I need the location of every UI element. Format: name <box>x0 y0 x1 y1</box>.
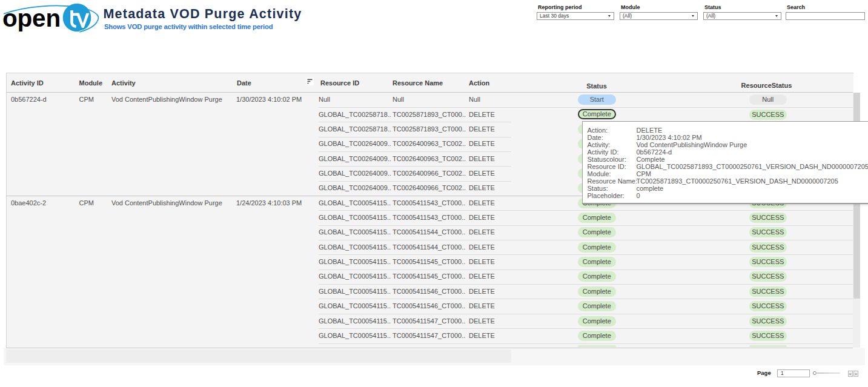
svg-text:open: open <box>2 4 61 32</box>
